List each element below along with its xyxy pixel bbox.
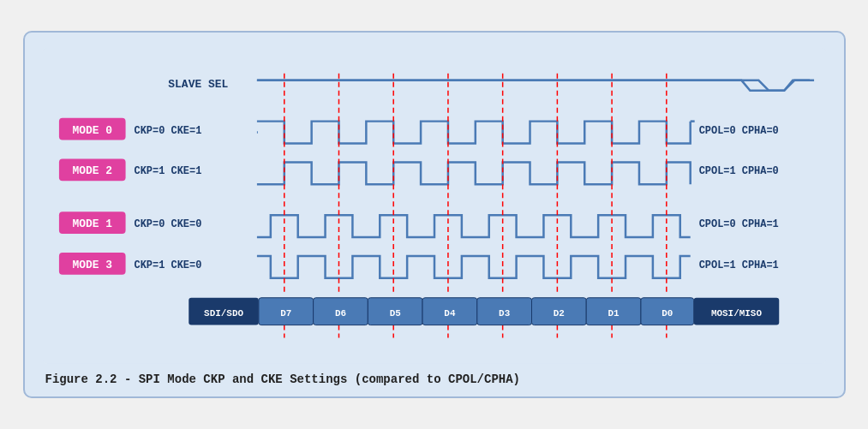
figure-caption: Figure 2.2 - SPI Mode CKP and CKE Settin… xyxy=(42,372,827,386)
mode2-label: MODE 2 xyxy=(72,165,112,178)
mode0-label: MODE 0 xyxy=(72,124,112,137)
mosi-miso-label: MOSI/MISO xyxy=(710,308,762,319)
d2-label: D2 xyxy=(553,308,564,319)
d4-label: D4 xyxy=(444,308,456,319)
d0-label: D0 xyxy=(661,308,673,319)
slave-sel-label: SLAVE SEL xyxy=(168,78,228,91)
mode1-right: CPOL=0 CPHA=1 xyxy=(698,218,778,230)
d3-label: D3 xyxy=(499,308,511,319)
mode3-params: CKP=1 CKE=0 xyxy=(134,259,201,271)
diagram-area: SLAVE SEL MODE 0 CKP=0 CKE=1 CPOL=0 CPHA… xyxy=(42,48,827,363)
mode3-right: CPOL=1 CPHA=1 xyxy=(698,259,778,271)
d5-label: D5 xyxy=(389,308,400,319)
d7-label: D7 xyxy=(280,308,291,319)
mode2-right: CPOL=1 CPHA=0 xyxy=(698,166,778,178)
mode2-params: CKP=1 CKE=1 xyxy=(134,166,201,178)
d1-label: D1 xyxy=(608,308,620,319)
mode0-right: CPOL=0 CPHA=0 xyxy=(698,125,778,137)
mode1-params: CKP=0 CKE=0 xyxy=(134,218,201,230)
diagram-container: SLAVE SEL MODE 0 CKP=0 CKE=1 CPOL=0 CPHA… xyxy=(23,31,846,397)
d6-label: D6 xyxy=(334,308,345,319)
mode0-params: CKP=0 CKE=1 xyxy=(134,125,201,137)
mode1-label: MODE 1 xyxy=(72,217,112,230)
mode3-label: MODE 3 xyxy=(72,259,112,271)
sdi-sdo-label: SDI/SDO xyxy=(204,308,243,319)
